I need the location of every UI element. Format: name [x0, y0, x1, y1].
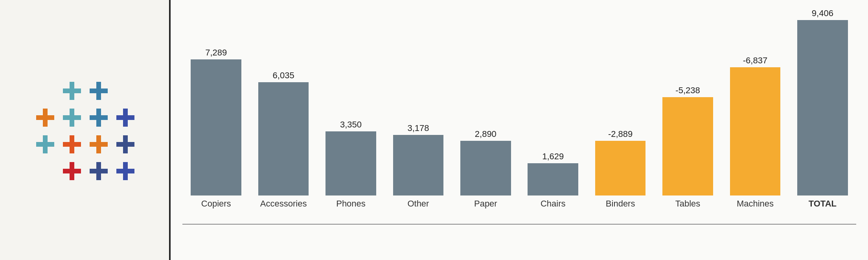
- cross-icon: [114, 159, 137, 183]
- bar-label-3: Other: [407, 199, 429, 209]
- bar-value-8: -6,837: [743, 55, 767, 66]
- bar-value-6: -2,889: [608, 129, 633, 139]
- cross-icon: [87, 133, 110, 156]
- bar-rect-2: [326, 131, 376, 195]
- bar-label-4: Paper: [474, 199, 497, 209]
- bar-group-total: 9,406TOTAL: [789, 8, 856, 209]
- cross-icon: [87, 106, 110, 129]
- bar-group-accessories: 6,035Accessories: [250, 8, 317, 209]
- svg-rect-11: [116, 115, 134, 120]
- bar-rect-0: [191, 59, 241, 195]
- bar-rect-1: [258, 82, 309, 195]
- bar-value-4: 2,890: [475, 129, 497, 139]
- bar-value-5: 1,629: [542, 151, 564, 162]
- bar-label-6: Binders: [606, 199, 635, 209]
- bar-label-7: Tables: [675, 199, 701, 209]
- bar-value-2: 3,350: [340, 120, 362, 130]
- svg-rect-23: [90, 169, 108, 173]
- cross-icon: [114, 133, 137, 156]
- svg-rect-9: [90, 115, 108, 120]
- bar-label-0: Copiers: [201, 199, 231, 209]
- bar-group-phones: 3,350Phones: [317, 8, 384, 209]
- svg-rect-19: [116, 142, 134, 147]
- cross-icon: [87, 159, 110, 183]
- bars-container: 7,289Copiers6,035Accessories3,350Phones3…: [182, 8, 856, 221]
- cross-icon: [60, 133, 84, 156]
- bar-label-8: Machines: [737, 199, 774, 209]
- svg-rect-3: [90, 89, 108, 93]
- bar-rect-4: [460, 141, 511, 195]
- bar-label-9: TOTAL: [809, 199, 837, 209]
- bar-rect-8: [730, 67, 781, 195]
- bar-value-1: 6,035: [273, 70, 294, 81]
- bar-group-copiers: 7,289Copiers: [182, 8, 250, 209]
- bar-rect-5: [528, 163, 578, 195]
- bar-rect-3: [393, 135, 444, 195]
- cross-icon: [33, 133, 57, 156]
- bar-value-3: 3,178: [407, 123, 429, 133]
- cross-icon: [60, 106, 84, 129]
- svg-rect-7: [63, 115, 81, 120]
- svg-rect-5: [36, 115, 54, 120]
- bar-rect-7: [662, 97, 713, 195]
- svg-rect-15: [63, 142, 81, 147]
- cross-icon: [114, 106, 137, 129]
- svg-rect-21: [63, 169, 81, 173]
- bar-value-0: 7,289: [205, 48, 227, 58]
- bar-group-other: 3,178Other: [384, 8, 452, 209]
- cross-icon: [60, 79, 84, 103]
- svg-rect-1: [63, 89, 81, 93]
- cross-icon: [60, 159, 84, 183]
- bar-group-machines: -6,837Machines: [721, 8, 789, 209]
- bar-group-chairs: 1,629Chairs: [519, 8, 587, 209]
- chart-panel: 7,289Copiers6,035Accessories3,350Phones3…: [171, 0, 868, 260]
- svg-rect-25: [116, 169, 134, 173]
- bar-label-1: Accessories: [260, 199, 307, 209]
- left-panel: [0, 0, 169, 260]
- svg-rect-13: [36, 142, 54, 147]
- bar-group-tables: -5,238Tables: [654, 8, 721, 209]
- bar-label-5: Chairs: [541, 199, 566, 209]
- chart-baseline: [182, 224, 856, 225]
- logo: [33, 79, 136, 181]
- bar-group-binders: -2,889Binders: [587, 8, 654, 209]
- bar-rect-6: [595, 141, 646, 195]
- svg-rect-17: [90, 142, 108, 147]
- bar-group-paper: 2,890Paper: [452, 8, 519, 209]
- bar-value-9: 9,406: [812, 8, 833, 18]
- bar-rect-9: [797, 20, 848, 195]
- chart-area: 7,289Copiers6,035Accessories3,350Phones3…: [182, 8, 856, 236]
- bar-value-7: -5,238: [675, 85, 700, 96]
- bar-label-2: Phones: [336, 199, 366, 209]
- cross-icon: [33, 106, 57, 129]
- cross-icon: [87, 79, 110, 103]
